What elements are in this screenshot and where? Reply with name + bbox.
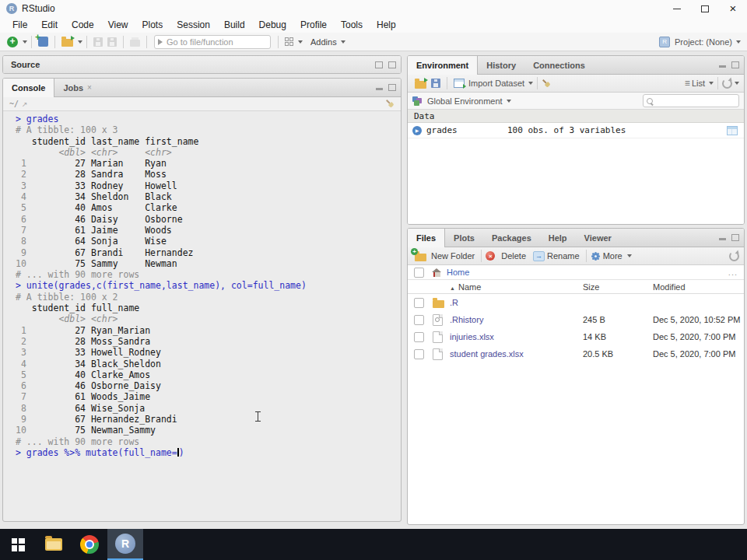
- rename-label[interactable]: Rename: [547, 251, 580, 261]
- source-maximize-icon[interactable]: [388, 61, 396, 68]
- tab-console[interactable]: Console: [3, 79, 54, 97]
- clear-console-icon[interactable]: [384, 97, 397, 110]
- restore-button[interactable]: [691, 0, 719, 17]
- file-row[interactable]: student grades.xlsx20.5 KBDec 5, 2020, 7…: [408, 345, 744, 362]
- load-workspace-button[interactable]: [415, 79, 426, 89]
- taskbar-file-explorer[interactable]: [36, 529, 72, 560]
- clear-environment-icon[interactable]: [540, 77, 553, 90]
- start-button[interactable]: [0, 529, 36, 560]
- addins-button[interactable]: Addins: [310, 37, 337, 47]
- new-folder-button[interactable]: [415, 251, 426, 261]
- tab-viewer[interactable]: Viewer: [576, 229, 620, 247]
- new-project-button[interactable]: [38, 37, 48, 47]
- import-dataset-label[interactable]: Import Dataset: [468, 79, 524, 88]
- tab-environment[interactable]: Environment: [408, 56, 478, 75]
- refresh-dropdown[interactable]: [735, 82, 739, 85]
- file-checkbox[interactable]: [414, 349, 424, 359]
- environment-maximize-icon[interactable]: [731, 61, 739, 68]
- environment-search-input[interactable]: [643, 94, 739, 107]
- project-selector[interactable]: R Project: (None): [659, 33, 741, 51]
- breadcrumb-home[interactable]: Home: [447, 268, 469, 277]
- open-file-dropdown[interactable]: [78, 40, 82, 44]
- refresh-files-icon[interactable]: [729, 251, 739, 261]
- column-modified[interactable]: Modified: [653, 282, 686, 292]
- file-checkbox[interactable]: [414, 298, 424, 308]
- new-folder-label[interactable]: New Folder: [431, 251, 475, 261]
- tab-help[interactable]: Help: [540, 229, 576, 247]
- working-directory[interactable]: ~/: [9, 100, 19, 108]
- more-label[interactable]: More: [603, 251, 622, 261]
- menu-code[interactable]: Code: [65, 17, 101, 33]
- tab-connections[interactable]: Connections: [524, 56, 594, 74]
- jobs-close-icon[interactable]: ×: [87, 83, 92, 92]
- list-view-label[interactable]: List: [692, 79, 705, 88]
- console-restore-icon[interactable]: [388, 84, 396, 91]
- taskbar-chrome[interactable]: [72, 529, 107, 560]
- menu-file[interactable]: File: [5, 17, 34, 33]
- environment-selector-dropdown[interactable]: [507, 100, 511, 103]
- row-number: 5: [16, 369, 26, 380]
- delete-label[interactable]: Delete: [501, 251, 526, 261]
- more-gear-icon[interactable]: [593, 254, 598, 259]
- import-dataset-dropdown[interactable]: [528, 82, 533, 85]
- file-name[interactable]: .Rhistory: [450, 315, 483, 324]
- tab-files[interactable]: Files: [408, 229, 445, 247]
- source-restore-icon[interactable]: [375, 61, 383, 68]
- menu-edit[interactable]: Edit: [34, 17, 65, 33]
- tab-plots[interactable]: Plots: [445, 229, 483, 247]
- taskbar-rstudio[interactable]: R: [107, 529, 143, 560]
- open-file-button[interactable]: [61, 37, 73, 47]
- print-button[interactable]: [130, 37, 140, 47]
- files-maximize-icon[interactable]: [731, 234, 739, 241]
- menu-view[interactable]: View: [101, 17, 135, 33]
- environment-minimize-icon[interactable]: [719, 65, 726, 68]
- close-button[interactable]: ×: [719, 0, 747, 17]
- tab-jobs[interactable]: Jobs×: [54, 79, 100, 96]
- file-name[interactable]: injuries.xlsx: [450, 332, 494, 341]
- file-row[interactable]: .R: [408, 294, 744, 311]
- select-all-checkbox[interactable]: [414, 268, 424, 278]
- addins-dropdown[interactable]: [341, 40, 345, 44]
- tab-history[interactable]: History: [478, 56, 524, 74]
- file-name[interactable]: .R: [450, 298, 458, 307]
- menu-plots[interactable]: Plots: [135, 17, 170, 33]
- menu-session[interactable]: Session: [170, 17, 217, 33]
- menu-help[interactable]: Help: [370, 17, 403, 33]
- menu-debug[interactable]: Debug: [252, 17, 293, 33]
- menu-profile[interactable]: Profile: [293, 17, 334, 33]
- console-output[interactable]: > grades# A tibble: 100 x 3 student_id l…: [3, 111, 401, 458]
- console-minimize-icon[interactable]: [376, 88, 383, 90]
- file-checkbox[interactable]: [414, 332, 424, 342]
- column-size[interactable]: Size: [583, 282, 599, 292]
- menu-build[interactable]: Build: [217, 17, 252, 33]
- new-file-button[interactable]: +: [7, 37, 18, 47]
- goto-directory-icon[interactable]: ↗: [22, 100, 28, 108]
- tab-packages[interactable]: Packages: [483, 229, 540, 247]
- rename-icon[interactable]: →: [533, 251, 545, 261]
- new-file-dropdown[interactable]: [23, 40, 27, 44]
- file-name[interactable]: student grades.xlsx: [450, 349, 524, 359]
- file-checkbox[interactable]: [414, 315, 424, 325]
- list-view-dropdown[interactable]: [709, 82, 714, 85]
- import-dataset-button[interactable]: [454, 79, 465, 88]
- goto-file-input[interactable]: Go to file/function: [154, 35, 271, 49]
- workspace-panes-button[interactable]: [285, 37, 293, 46]
- environment-object-row[interactable]: ▶ grades 100 obs. of 3 variables: [408, 123, 744, 138]
- file-row[interactable]: injuries.xlsx14 KBDec 5, 2020, 7:00 PM: [408, 328, 744, 345]
- minimize-button[interactable]: [663, 0, 691, 17]
- menu-tools[interactable]: Tools: [334, 17, 370, 33]
- expand-object-icon[interactable]: ▶: [412, 126, 422, 135]
- view-table-icon[interactable]: [727, 126, 738, 135]
- more-dropdown[interactable]: [627, 254, 632, 257]
- column-name[interactable]: ▲Name: [450, 282, 481, 292]
- save-button[interactable]: [93, 37, 103, 47]
- files-minimize-icon[interactable]: [719, 238, 726, 240]
- save-workspace-button[interactable]: [431, 79, 440, 88]
- environment-selector[interactable]: Global Environment: [427, 96, 503, 106]
- file-row[interactable]: .Rhistory245 BDec 5, 2020, 10:52 PM: [408, 311, 744, 328]
- delete-icon[interactable]: ×: [486, 251, 495, 261]
- save-all-button[interactable]: [107, 37, 117, 47]
- breadcrumb-ellipsis[interactable]: ...: [728, 268, 738, 277]
- refresh-environment-icon[interactable]: [722, 79, 732, 89]
- workspace-panes-dropdown[interactable]: [298, 40, 303, 44]
